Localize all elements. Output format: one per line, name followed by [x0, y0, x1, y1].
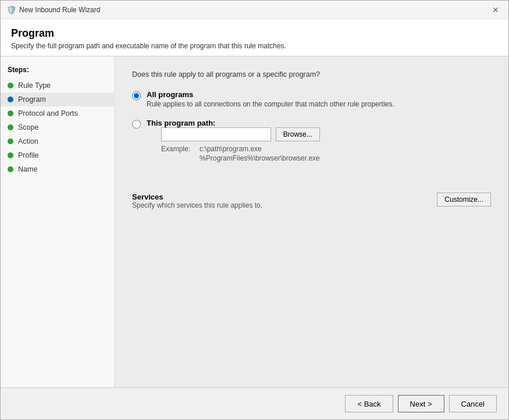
main-panel: Does this rule apply to all programs or …	[115, 56, 508, 387]
radio-path-label: This program path:	[147, 119, 320, 127]
titlebar-left: 🛡️ New Inbound Rule Wizard	[6, 5, 100, 15]
program-dot	[8, 97, 13, 102]
sidebar-title: Steps:	[1, 63, 114, 79]
sidebar-item-rule-type[interactable]: Rule Type	[1, 79, 114, 92]
question-text: Does this rule apply to all programs or …	[132, 70, 491, 79]
sidebar-item-scope[interactable]: Scope	[1, 120, 114, 134]
radio-group: All programs Rule applies to all connect…	[132, 90, 491, 162]
footer: < Back Next > Cancel	[1, 387, 508, 419]
action-dot	[8, 138, 13, 144]
sidebar-item-label: Scope	[18, 123, 38, 131]
services-text-group: Services Specify which services this rul…	[132, 193, 262, 209]
header-area: Program Specify the full program path an…	[1, 19, 508, 56]
services-title: Services	[132, 193, 262, 201]
path-input-row: Browse...	[161, 127, 320, 141]
window: 🛡️ New Inbound Rule Wizard ✕ Program Spe…	[0, 0, 509, 420]
radio-all-label-group: All programs Rule applies to all connect…	[147, 90, 394, 108]
close-button[interactable]: ✕	[489, 3, 503, 17]
radio-path-label-group: This program path: Browse... Example: c:…	[147, 119, 320, 162]
example-label: Example:	[161, 145, 190, 162]
sidebar: Steps: Rule Type Program Protocol and Po…	[1, 56, 115, 387]
cancel-button[interactable]: Cancel	[449, 395, 497, 412]
radio-all-programs[interactable]	[132, 91, 141, 100]
protocol-dot	[8, 111, 13, 116]
sidebar-item-name[interactable]: Name	[1, 162, 114, 176]
example-paths: c:\path\program.exe %ProgramFiles%\brows…	[200, 145, 320, 162]
sidebar-item-label: Action	[18, 137, 38, 145]
sidebar-item-label: Profile	[18, 151, 38, 159]
page-title: Program	[11, 27, 498, 40]
rule-type-dot	[8, 83, 13, 88]
window-icon: 🛡️	[6, 5, 16, 15]
name-dot	[8, 166, 13, 172]
sidebar-item-profile[interactable]: Profile	[1, 148, 114, 162]
example-path-2: %ProgramFiles%\browser\browser.exe	[200, 154, 320, 162]
sidebar-item-label: Program	[18, 95, 46, 104]
services-header: Services Specify which services this rul…	[132, 193, 491, 209]
sidebar-item-protocol-ports[interactable]: Protocol and Ports	[1, 106, 114, 120]
sidebar-item-label: Name	[18, 165, 37, 173]
example-row: Example: c:\path\program.exe %ProgramFil…	[161, 145, 320, 162]
radio-all-label: All programs	[147, 90, 394, 99]
example-path-1: c:\path\program.exe	[200, 145, 320, 153]
back-button[interactable]: < Back	[345, 395, 393, 412]
page-subtitle: Specify the full program path and execut…	[11, 42, 498, 50]
radio-path-option: This program path: Browse... Example: c:…	[132, 119, 491, 162]
next-button[interactable]: Next >	[398, 395, 444, 412]
sidebar-item-label: Rule Type	[18, 81, 51, 90]
window-title: New Inbound Rule Wizard	[19, 6, 100, 14]
sidebar-item-action[interactable]: Action	[1, 134, 114, 148]
profile-dot	[8, 152, 13, 158]
scope-dot	[8, 124, 13, 130]
titlebar: 🛡️ New Inbound Rule Wizard ✕	[1, 1, 508, 19]
services-desc: Specify which services this rule applies…	[132, 201, 262, 209]
sidebar-item-program[interactable]: Program	[1, 92, 114, 106]
browse-button[interactable]: Browse...	[276, 127, 320, 141]
radio-all-option: All programs Rule applies to all connect…	[132, 90, 491, 108]
services-section: Services Specify which services this rul…	[132, 193, 491, 209]
radio-all-desc: Rule applies to all connections on the c…	[147, 100, 394, 108]
customize-button[interactable]: Customize...	[437, 193, 491, 207]
path-section: Browse... Example: c:\path\program.exe %…	[161, 127, 320, 162]
sidebar-item-label: Protocol and Ports	[18, 109, 78, 118]
program-path-input[interactable]	[161, 127, 271, 141]
content-area: Steps: Rule Type Program Protocol and Po…	[1, 56, 508, 387]
radio-this-program[interactable]	[132, 120, 141, 129]
